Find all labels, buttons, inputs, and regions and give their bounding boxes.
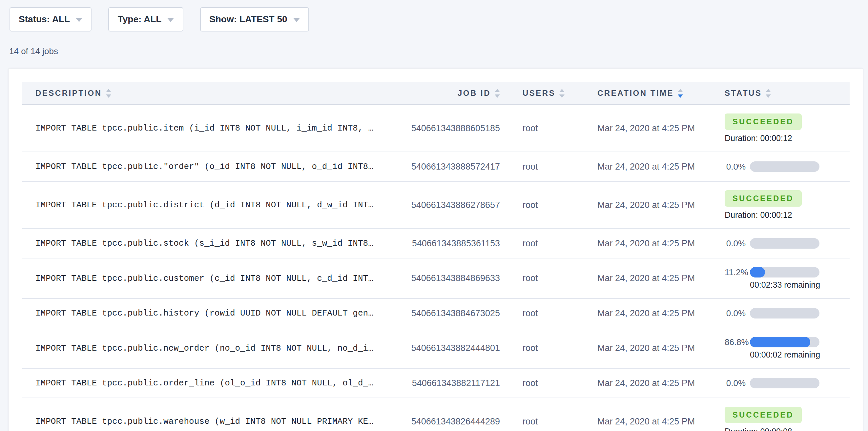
progress-line: 11.2% <box>725 267 849 277</box>
table-row: IMPORT TABLE tpcc.public.district (d_id … <box>22 182 849 229</box>
jobs-count-summary: 14 of 14 jobs <box>9 46 868 56</box>
table-body: IMPORT TABLE tpcc.public.item (i_id INT8… <box>22 105 849 431</box>
progress-bar-fill <box>750 267 765 277</box>
job-status-cell: 0.0% <box>725 378 849 388</box>
job-description-cell: IMPORT TABLE tpcc.public.history (rowid … <box>22 308 410 318</box>
job-user-cell: root <box>500 123 597 133</box>
job-user-cell: root <box>500 200 597 210</box>
job-description-cell: IMPORT TABLE tpcc.public.order_line (ol_… <box>22 378 410 388</box>
progress-percent: 86.8% <box>725 337 746 347</box>
job-user-cell: root <box>500 378 597 388</box>
status-duration: Duration: 00:00:12 <box>725 210 849 220</box>
sort-arrows-icon <box>559 89 564 98</box>
table-row: IMPORT TABLE tpcc.public.order_line (ol_… <box>22 369 849 398</box>
job-creation-time-cell: Mar 24, 2020 at 4:25 PM <box>597 123 725 133</box>
status-filter-label: Status: ALL <box>19 14 70 25</box>
progress-percent: 0.0% <box>725 378 746 388</box>
job-creation-time-cell: Mar 24, 2020 at 4:25 PM <box>597 343 725 353</box>
progress-bar-fill <box>750 337 810 347</box>
progress-percent: 0.0% <box>725 308 746 318</box>
job-description-cell: IMPORT TABLE tpcc.public.customer (c_id … <box>22 274 410 283</box>
column-header-label: USERS <box>523 89 555 98</box>
progress-percent: 11.2% <box>725 267 746 277</box>
job-creation-time-cell: Mar 24, 2020 at 4:25 PM <box>597 239 725 249</box>
job-creation-time-cell: Mar 24, 2020 at 4:25 PM <box>597 308 725 318</box>
progress-bar-track <box>750 238 819 249</box>
progress-percent: 0.0% <box>725 239 746 249</box>
status-filter-dropdown[interactable]: Status: ALL <box>9 7 92 31</box>
status-badge-succeeded: SUCCEEDED <box>725 407 802 423</box>
job-user-cell: root <box>500 239 597 249</box>
filters-toolbar: Status: ALL Type: ALL Show: LATEST 50 <box>0 0 868 31</box>
chevron-down-icon <box>76 18 82 22</box>
table-row: IMPORT TABLE tpcc.public.history (rowid … <box>22 299 849 328</box>
job-creation-time-cell: Mar 24, 2020 at 4:25 PM <box>597 378 725 388</box>
table-row: IMPORT TABLE tpcc.public.item (i_id INT8… <box>22 105 849 152</box>
job-id-cell: 540661343884869633 <box>410 273 500 283</box>
job-user-cell: root <box>500 273 597 283</box>
column-header-label: JOB ID <box>458 89 491 98</box>
job-id-cell: 540661343888605185 <box>410 123 500 133</box>
column-header-creation_time[interactable]: CREATION TIME <box>597 89 725 98</box>
progress-remaining: 00:00:02 remaining <box>750 350 819 360</box>
sort-arrows-icon <box>678 89 683 98</box>
job-description-cell: IMPORT TABLE tpcc.public.district (d_id … <box>22 200 410 210</box>
column-header-label: CREATION TIME <box>597 89 674 98</box>
job-creation-time-cell: Mar 24, 2020 at 4:25 PM <box>597 162 725 172</box>
status-duration: Duration: 00:00:08 <box>725 427 849 431</box>
sort-arrows-icon <box>766 89 771 98</box>
table-row: IMPORT TABLE tpcc.public.warehouse (w_id… <box>22 398 849 431</box>
job-id-cell: 540661343888572417 <box>410 162 500 172</box>
table-row: IMPORT TABLE tpcc.public."order" (o_id I… <box>22 152 849 182</box>
job-status-cell: SUCCEEDEDDuration: 00:00:12 <box>725 190 849 220</box>
job-status-cell: 86.8%00:00:02 remaining <box>725 337 849 360</box>
job-creation-time-cell: Mar 24, 2020 at 4:25 PM <box>597 200 725 210</box>
progress-line: 0.0% <box>725 238 849 249</box>
progress-line: 0.0% <box>725 161 849 172</box>
job-user-cell: root <box>500 343 597 353</box>
type-filter-dropdown[interactable]: Type: ALL <box>108 7 183 31</box>
job-status-cell: 0.0% <box>725 161 849 172</box>
job-user-cell: root <box>500 417 597 427</box>
type-filter-label: Type: ALL <box>118 14 162 25</box>
job-creation-time-cell: Mar 24, 2020 at 4:25 PM <box>597 273 725 283</box>
job-id-cell: 540661343885361153 <box>410 239 500 249</box>
job-description-cell: IMPORT TABLE tpcc.public.item (i_id INT8… <box>22 123 410 133</box>
job-description-cell: IMPORT TABLE tpcc.public."order" (o_id I… <box>22 162 410 172</box>
status-badge-succeeded: SUCCEEDED <box>725 190 802 207</box>
progress-line: 0.0% <box>725 308 849 318</box>
status-badge-succeeded: SUCCEEDED <box>725 114 802 130</box>
sort-arrows-icon <box>106 89 111 98</box>
job-status-cell: 11.2%00:02:33 remaining <box>725 267 849 289</box>
job-description-cell: IMPORT TABLE tpcc.public.warehouse (w_id… <box>22 417 410 426</box>
jobs-table-card: DESCRIPTION JOB ID USERS CREATION TIME S… <box>8 68 863 431</box>
column-header-label: DESCRIPTION <box>35 89 102 98</box>
job-id-cell: 540661343882444801 <box>410 343 500 353</box>
job-status-cell: 0.0% <box>725 308 849 318</box>
sort-arrows-icon <box>495 89 500 98</box>
job-description-cell: IMPORT TABLE tpcc.public.new_order (no_o… <box>22 343 410 353</box>
job-status-cell: SUCCEEDEDDuration: 00:00:08 <box>725 407 849 431</box>
chevron-down-icon <box>167 18 174 22</box>
job-status-cell: 0.0% <box>725 238 849 249</box>
job-id-cell: 540661343884673025 <box>410 308 500 318</box>
chevron-down-icon <box>293 18 300 22</box>
progress-bar-track <box>750 267 819 277</box>
job-id-cell: 540661343826444289 <box>410 417 500 427</box>
table-row: IMPORT TABLE tpcc.public.new_order (no_o… <box>22 328 849 369</box>
job-user-cell: root <box>500 162 597 172</box>
show-filter-dropdown[interactable]: Show: LATEST 50 <box>200 7 309 31</box>
progress-percent: 0.0% <box>725 162 746 172</box>
column-header-job_id[interactable]: JOB ID <box>410 89 500 98</box>
job-status-cell: SUCCEEDEDDuration: 00:00:12 <box>725 114 849 143</box>
table-header-row: DESCRIPTION JOB ID USERS CREATION TIME S… <box>22 82 849 105</box>
table-row: IMPORT TABLE tpcc.public.customer (c_id … <box>22 258 849 299</box>
column-header-description[interactable]: DESCRIPTION <box>22 89 410 98</box>
column-header-users[interactable]: USERS <box>500 89 597 98</box>
column-header-status[interactable]: STATUS <box>725 89 849 98</box>
progress-line: 86.8% <box>725 337 849 347</box>
progress-bar-track <box>750 308 819 318</box>
job-description-cell: IMPORT TABLE tpcc.public.stock (s_i_id I… <box>22 239 410 248</box>
progress-bar-track <box>750 337 819 347</box>
job-id-cell: 540661343886278657 <box>410 200 500 210</box>
